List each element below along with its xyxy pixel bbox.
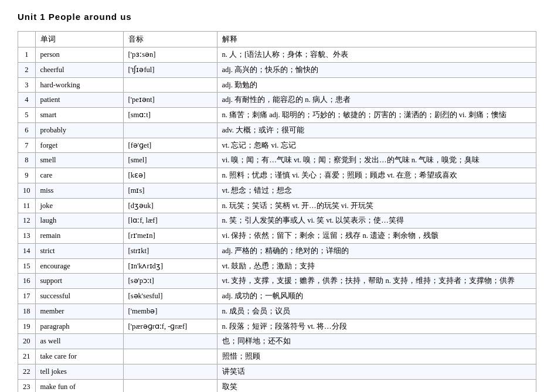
table-row: 15encourage[ɪn'kʌrɪdʒ]vt. 鼓励，怂恿；激励；支持 (18, 258, 536, 274)
row-number: 18 (18, 304, 36, 319)
row-phonetic: [mɪs] (123, 183, 217, 198)
row-word: member (35, 304, 123, 319)
table-row: 22tell jokes讲笑话 (18, 364, 536, 379)
table-row: 4patient['peɪənt]adj. 有耐性的，能容忍的 n. 病人；患者 (18, 93, 536, 108)
row-phonetic: ['pærəɡrɑːf, -ɡræf] (123, 319, 217, 334)
table-row: 7forget[fə'ɡet]vt. 忘记；忽略 vi. 忘记 (18, 138, 536, 153)
row-meaning: adj. 严格的；精确的；绝对的；详细的 (217, 243, 536, 258)
row-number: 17 (18, 289, 36, 304)
row-meaning: n. 照料；忧虑；谨慎 vi. 关心；喜爱；照顾；顾虑 vt. 在意；希望或喜欢 (217, 168, 536, 183)
row-phonetic: [lɑːf, læf] (123, 213, 217, 229)
row-phonetic: [smel] (123, 153, 217, 168)
row-number: 13 (18, 229, 36, 244)
row-word: strict (35, 243, 123, 258)
row-word: probably (35, 122, 123, 138)
row-number: 9 (18, 168, 36, 183)
row-number: 23 (18, 379, 36, 392)
row-word: take care for (35, 349, 123, 364)
row-meaning: vi. 保持；依然；留下；剩余；逗留；残存 n. 遗迹；剩余物，残骸 (217, 229, 536, 244)
row-word: smart (35, 108, 123, 123)
row-word: person (35, 47, 123, 63)
row-number: 16 (18, 274, 36, 289)
row-meaning: adj. 成功的；一帆风顺的 (217, 289, 536, 304)
table-row: 23make fun of取笑 (18, 379, 536, 392)
table-row: 6probablyadv. 大概；或许；很可能 (18, 122, 536, 138)
row-meaning: 也；同样地；还不如 (217, 334, 536, 349)
row-word: remain (35, 229, 123, 244)
table-row: 2cheerful['tʃɪəful]adj. 高兴的；快乐的；愉快的 (18, 62, 536, 77)
row-phonetic: ['membə] (123, 304, 217, 319)
row-meaning: n. 笑；引人发笑的事或人 vi. 笑 vt. 以笑表示；使…笑得 (217, 213, 536, 229)
row-meaning: 取笑 (217, 379, 536, 392)
table-row: 16support[sə'pɔːt]vt. 支持，支撑，支援；赡养，供养；扶持，… (18, 274, 536, 289)
row-number: 12 (18, 213, 36, 229)
row-number: 22 (18, 364, 36, 379)
table-row: 8smell[smel]vi. 嗅；闻；有…气味 vt. 嗅；闻；察觉到；发出…… (18, 153, 536, 168)
table-row: 12laugh[lɑːf, læf]n. 笑；引人发笑的事或人 vi. 笑 vt… (18, 213, 536, 229)
row-word: miss (35, 183, 123, 198)
table-row: 17successful[sək'sesful]adj. 成功的；一帆风顺的 (18, 289, 536, 304)
row-number: 8 (18, 153, 36, 168)
row-number: 21 (18, 349, 36, 364)
table-row: 18member['membə]n. 成员；会员；议员 (18, 304, 536, 319)
row-meaning: vt. 支持，支撑，支援；赡养，供养；扶持，帮助 n. 支持，维持；支持者；支撑… (217, 274, 536, 289)
row-word: tell jokes (35, 364, 123, 379)
row-meaning: adj. 高兴的；快乐的；愉快的 (217, 62, 536, 77)
row-number: 3 (18, 77, 36, 93)
row-meaning: n. 痛苦；刺痛 adj. 聪明的；巧妙的；敏捷的；厉害的；潇洒的；剧烈的 vi… (217, 108, 536, 123)
row-phonetic: [strɪkt] (123, 243, 217, 258)
row-phonetic (123, 334, 217, 349)
row-phonetic: ['pɜːsən] (123, 47, 217, 63)
col-header-num (18, 32, 36, 47)
col-header-word: 单词 (35, 32, 123, 47)
row-number: 14 (18, 243, 36, 258)
row-phonetic: [ɪn'kʌrɪdʒ] (123, 258, 217, 274)
row-number: 2 (18, 62, 36, 77)
row-phonetic: [dʒəuk] (123, 198, 217, 213)
row-number: 1 (18, 47, 36, 63)
row-phonetic (123, 77, 217, 93)
row-number: 11 (18, 198, 36, 213)
row-word: make fun of (35, 379, 123, 392)
table-row: 1person['pɜːsən]n. 人；[语法]人称；身体；容貌、外表 (18, 47, 536, 63)
row-meaning: vt. 想念；错过；想念 (217, 183, 536, 198)
row-phonetic: [sə'pɔːt] (123, 274, 217, 289)
row-meaning: vi. 嗅；闻；有…气味 vt. 嗅；闻；察觉到；发出…的气味 n. 气味，嗅觉… (217, 153, 536, 168)
row-phonetic: ['peɪənt] (123, 93, 217, 108)
col-header-meaning: 解释 (217, 32, 536, 47)
row-word: support (35, 274, 123, 289)
row-phonetic: [kɛə] (123, 168, 217, 183)
row-number: 6 (18, 122, 36, 138)
row-word: cheerful (35, 62, 123, 77)
row-phonetic: [sək'sesful] (123, 289, 217, 304)
row-meaning: n. 成员；会员；议员 (217, 304, 536, 319)
table-row: 14strict[strɪkt]adj. 严格的；精确的；绝对的；详细的 (18, 243, 536, 258)
row-meaning: n. 段落；短评；段落符号 vt. 将…分段 (217, 319, 536, 334)
row-number: 15 (18, 258, 36, 274)
table-row: 21take care for照惜；照顾 (18, 349, 536, 364)
row-word: paragraph (35, 319, 123, 334)
table-row: 19paragraph['pærəɡrɑːf, -ɡræf]n. 段落；短评；段… (18, 319, 536, 334)
row-word: patient (35, 93, 123, 108)
row-number: 19 (18, 319, 36, 334)
row-meaning: n. 玩笑；笑话；笑柄 vt. 开…的玩笑 vi. 开玩笑 (217, 198, 536, 213)
row-meaning: 照惜；照顾 (217, 349, 536, 364)
row-phonetic (123, 349, 217, 364)
col-header-phonetic: 音标 (123, 32, 217, 47)
row-phonetic: [fə'ɡet] (123, 138, 217, 153)
row-word: forget (35, 138, 123, 153)
row-number: 7 (18, 138, 36, 153)
table-row: 5smart[smɑːt]n. 痛苦；刺痛 adj. 聪明的；巧妙的；敏捷的；厉… (18, 108, 536, 123)
table-row: 20as well也；同样地；还不如 (18, 334, 536, 349)
table-row: 3hard-workingadj. 勤勉的 (18, 77, 536, 93)
vocabulary-table: 单词 音标 解释 1person['pɜːsən]n. 人；[语法]人称；身体；… (18, 31, 536, 392)
row-number: 10 (18, 183, 36, 198)
row-word: joke (35, 198, 123, 213)
row-phonetic: [smɑːt] (123, 108, 217, 123)
row-meaning: vt. 忘记；忽略 vi. 忘记 (217, 138, 536, 153)
table-row: 13remain[rɪ'meɪn]vi. 保持；依然；留下；剩余；逗留；残存 n… (18, 229, 536, 244)
row-meaning: adj. 有耐性的，能容忍的 n. 病人；患者 (217, 93, 536, 108)
row-phonetic (123, 364, 217, 379)
row-meaning: vt. 鼓励，怂恿；激励；支持 (217, 258, 536, 274)
row-word: smell (35, 153, 123, 168)
